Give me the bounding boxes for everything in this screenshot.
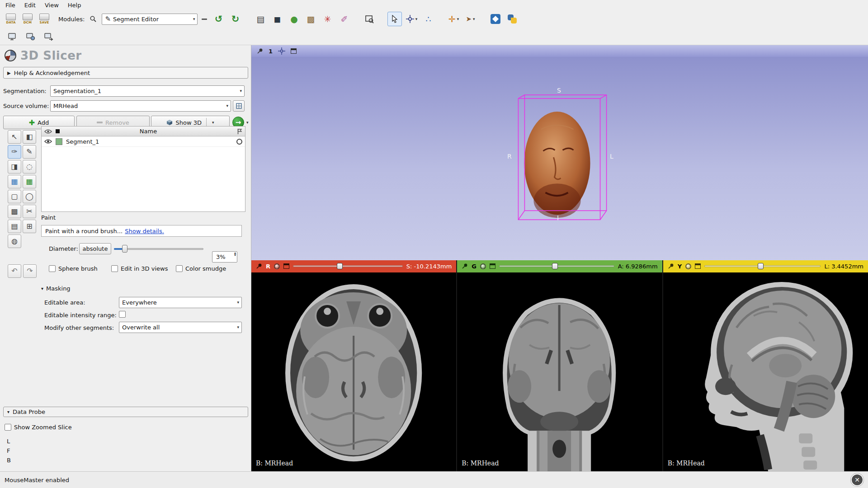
pin-icon[interactable] (257, 48, 263, 54)
background-volume-label: B: MRHead (668, 460, 705, 467)
editable-area-selector[interactable]: Everywhere ▾ (119, 297, 242, 308)
pin-icon[interactable] (256, 263, 262, 269)
threed-canvas[interactable]: S R L I (251, 57, 868, 260)
volumes-module-icon[interactable]: ● (287, 12, 301, 26)
transforms-module-icon[interactable]: ✳ (320, 12, 335, 26)
effect-fill-between-slices[interactable]: ▦ (23, 175, 36, 188)
place-point-tool[interactable]: ✛ ▾ (446, 12, 461, 26)
segmentation-selector[interactable]: Segmentation_1 ▾ (50, 85, 245, 97)
slider-handle[interactable] (337, 263, 343, 269)
green-slice-canvas[interactable]: B: MRHead (457, 272, 662, 471)
effect-hollow[interactable]: ◯ (23, 190, 36, 203)
scene-view-save-icon[interactable] (24, 29, 38, 44)
show-zoomed-slice-option[interactable]: Show Zoomed Slice (5, 424, 72, 431)
python-console-icon[interactable] (505, 12, 519, 26)
effect-grow-from-seeds[interactable]: ▦ (8, 175, 21, 188)
undo-button[interactable]: ↶ (8, 264, 21, 278)
zoomed-slice-checkbox[interactable] (5, 424, 11, 431)
menu-file[interactable]: File (1, 0, 20, 10)
markups-icon[interactable]: ∴ (421, 12, 435, 26)
pin-icon[interactable] (462, 263, 468, 269)
module-back-button[interactable]: ↺ (211, 12, 226, 26)
diameter-mode-button[interactable]: absolute (79, 243, 111, 254)
slice-offset-slider[interactable] (293, 263, 403, 270)
effect-logical-operators[interactable]: ⊞ (23, 220, 36, 233)
effect-draw[interactable]: ✎ (23, 145, 36, 159)
data-probe-section[interactable]: ▾ Data Probe (3, 407, 248, 417)
source-volume-selector[interactable]: MRHead ▾ (50, 100, 231, 112)
slice-visibility-icon[interactable] (685, 263, 691, 269)
effect-mask-volume[interactable]: ◍ (8, 235, 21, 248)
effect-islands[interactable]: ▤ (8, 220, 21, 233)
extensions-manager-icon[interactable] (488, 12, 503, 26)
red-slice-canvas[interactable]: B: MRHead (251, 272, 456, 471)
dicom-button[interactable]: DCM (20, 12, 35, 26)
load-data-button[interactable]: DATA (4, 12, 18, 26)
capture-view-icon[interactable] (362, 12, 377, 26)
screenshot-icon[interactable] (5, 29, 20, 44)
mouse-pointer-tool[interactable] (387, 12, 402, 26)
edit-3d-checkbox[interactable] (111, 265, 118, 272)
segment-color-swatch[interactable] (56, 138, 62, 145)
slice-visibility-icon[interactable] (480, 263, 486, 269)
crosshair-tool[interactable]: ▾ (404, 12, 419, 26)
diameter-slider[interactable] (114, 244, 203, 253)
models-module-icon[interactable]: ◼ (270, 12, 284, 26)
spin-down-icon[interactable]: ▾ (234, 254, 236, 257)
module-selector[interactable]: ✎ Segment Editor ▾ (102, 14, 198, 25)
masking-section-header[interactable]: ▾ Masking (41, 285, 71, 292)
diameter-spinbox[interactable]: 3% ▴ ▾ (212, 251, 237, 263)
volume-rendering-icon[interactable]: ▩ (303, 12, 318, 26)
apply-dropdown-icon[interactable]: ▾ (246, 120, 249, 125)
view-layout-icon[interactable] (695, 263, 701, 269)
slice-letter: R (266, 263, 270, 270)
yellow-slice-canvas[interactable]: B: MRHead (663, 272, 868, 471)
crosshair-icon[interactable] (278, 47, 285, 55)
scene-view-restore-icon[interactable] (42, 29, 56, 44)
intensity-range-checkbox[interactable] (119, 311, 126, 318)
geometry-button[interactable] (233, 100, 245, 112)
segment-row[interactable]: Segment_1 (42, 136, 245, 147)
effect-erase[interactable]: ◨ (8, 160, 21, 174)
segment-name[interactable]: Segment_1 (66, 138, 99, 145)
color-smudge-option[interactable]: Color smudge (176, 265, 226, 272)
effect-paint[interactable]: ✑ (8, 145, 21, 159)
effect-none[interactable]: ↖ (8, 130, 21, 144)
help-acknowledgement-section[interactable]: ▶ Help & Acknowledgement (3, 67, 248, 79)
redo-button[interactable]: ↷ (23, 264, 37, 278)
slice-visibility-icon[interactable] (274, 263, 280, 269)
color-smudge-checkbox[interactable] (176, 265, 183, 272)
menu-view[interactable]: View (40, 0, 63, 10)
segment-visibility-icon[interactable] (44, 139, 52, 144)
modify-segments-selector[interactable]: Overwrite all ▾ (119, 322, 242, 333)
effect-smoothing[interactable]: ▩ (8, 205, 21, 218)
pin-icon[interactable] (668, 263, 674, 269)
module-history-icon[interactable] (200, 12, 209, 26)
effect-level-tracing[interactable]: ◌ (23, 160, 36, 174)
view-layout-icon[interactable] (283, 263, 289, 269)
segment-editor-shortcut-icon[interactable]: ✐ (337, 12, 351, 26)
show-details-link[interactable]: Show details. (125, 228, 164, 235)
save-button[interactable]: SAVE (37, 12, 52, 26)
slice-offset-slider[interactable] (499, 263, 614, 270)
view-layout-icon[interactable] (490, 263, 495, 269)
segment-status-icon[interactable] (236, 139, 242, 145)
module-search-icon[interactable] (88, 12, 99, 26)
status-close-button[interactable]: ✕ (851, 474, 863, 486)
effect-scissors[interactable]: ✂ (23, 205, 36, 218)
menu-edit[interactable]: Edit (20, 0, 40, 10)
effect-margin[interactable]: ▢ (8, 190, 21, 203)
slider-handle[interactable] (122, 245, 127, 253)
effect-threshold[interactable]: ◧ (23, 130, 36, 144)
annotation-arrow-tool[interactable]: ➤ ▾ (463, 12, 477, 26)
slider-handle[interactable] (758, 263, 764, 269)
slider-handle[interactable] (552, 263, 558, 269)
module-forward-button[interactable]: ↻ (228, 12, 242, 26)
layout-selector-icon[interactable]: ▤ (253, 12, 268, 26)
sphere-brush-option[interactable]: Sphere brush (49, 265, 98, 272)
slice-offset-slider[interactable] (704, 263, 821, 270)
sphere-brush-checkbox[interactable] (49, 265, 56, 272)
view-layout-icon[interactable] (291, 48, 297, 54)
menu-help[interactable]: Help (63, 0, 86, 10)
edit-3d-option[interactable]: Edit in 3D views (111, 265, 168, 272)
